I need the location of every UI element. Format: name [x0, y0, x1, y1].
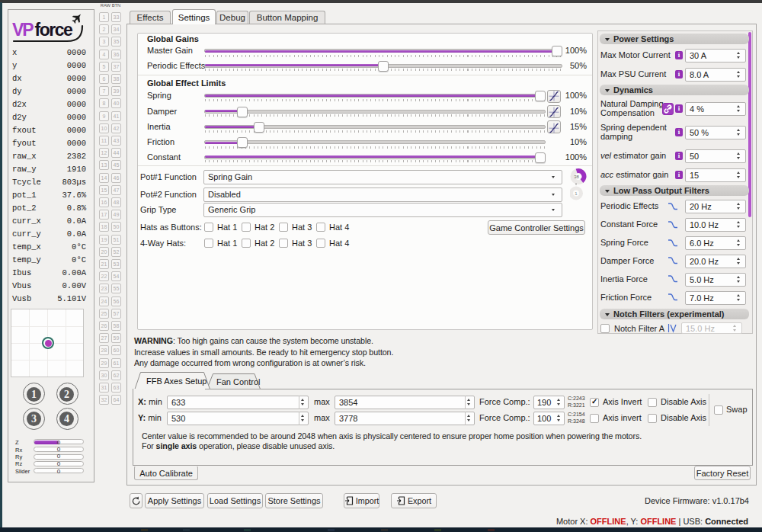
svg-text:force: force — [35, 20, 72, 40]
svg-text:38: 38 — [574, 175, 579, 179]
svg-text:FFB Axes Setup: FFB Axes Setup — [146, 377, 207, 386]
svg-text:VP: VP — [12, 20, 34, 40]
svg-text:1: 1 — [575, 191, 578, 196]
svg-text:Fan Control: Fan Control — [216, 377, 260, 386]
